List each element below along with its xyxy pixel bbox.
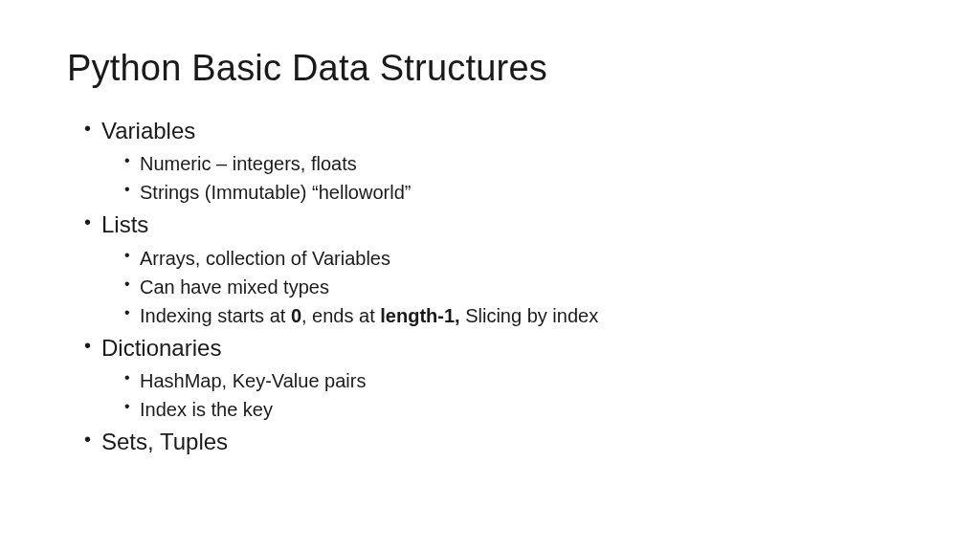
sub-list-item: Indexing starts at 0, ends at length-1, … — [124, 302, 913, 329]
sub-list: Numeric – integers, floatsStrings (Immut… — [101, 150, 913, 206]
list-item-label: Sets, Tuples — [101, 429, 228, 454]
slide-title: Python Basic Data Structures — [67, 48, 913, 89]
list-item-label: Variables — [101, 118, 195, 143]
list-item: ListsArrays, collection of VariablesCan … — [84, 209, 913, 328]
sub-list: Arrays, collection of VariablesCan have … — [101, 245, 913, 329]
bullet-list: VariablesNumeric – integers, floatsStrin… — [67, 116, 913, 458]
sub-list-item: Numeric – integers, floats — [124, 150, 913, 177]
list-item: DictionariesHashMap, Key-Value pairsInde… — [84, 333, 913, 423]
list-item-label: Dictionaries — [101, 335, 221, 361]
sub-list-item: Arrays, collection of Variables — [124, 245, 913, 272]
sub-list: HashMap, Key-Value pairsIndex is the key — [101, 367, 913, 423]
list-item: VariablesNumeric – integers, floatsStrin… — [84, 116, 913, 206]
sub-list-item: Can have mixed types — [124, 274, 913, 300]
list-item-label: Lists — [101, 211, 148, 237]
sub-list-item: Index is the key — [124, 396, 913, 423]
list-item: Sets, Tuples — [84, 427, 913, 457]
sub-list-item: Strings (Immutable) “helloworld” — [124, 179, 913, 206]
sub-list-item: HashMap, Key-Value pairs — [124, 367, 913, 394]
